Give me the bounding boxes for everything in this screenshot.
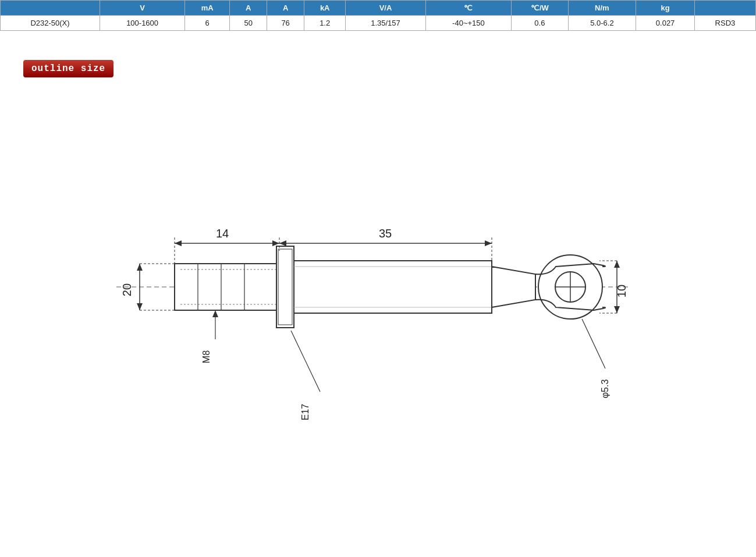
table-cell: RSD3 [694,16,755,31]
svg-rect-1 [175,264,279,310]
dim-35-label: 35 [378,227,391,240]
table-cell: 5.0-6.2 [568,16,636,31]
table-header-cell: mA [185,1,230,16]
dim-20-label: 20 [120,283,133,296]
svg-marker-33 [614,306,620,313]
svg-marker-24 [485,240,492,246]
table-header-cell: V/A [346,1,425,16]
svg-marker-32 [614,261,620,268]
table-header-cell: kA [304,1,346,16]
dim-M8-label: M8 [201,350,211,363]
table-cell: -40~+150 [425,16,512,31]
svg-marker-18 [175,240,182,246]
table-cell: D232-50(X) [1,16,100,31]
table-header-cell: A [230,1,267,16]
svg-rect-8 [278,249,292,325]
table-header-cell: A [267,1,304,16]
svg-marker-19 [272,240,279,246]
table-header-cell: kg [636,1,695,16]
table-header-cell: V [100,1,185,16]
table-cell: 6 [185,16,230,31]
table-cell: 1.2 [304,16,346,31]
outline-size-label: outline size [23,60,113,77]
table-header-cell [694,1,755,16]
spec-table: VmAAAkAV/A℃℃/WN/mkg D232-50(X)100-160065… [0,0,756,31]
table-cell: 0.027 [636,16,695,31]
svg-marker-37 [212,310,218,317]
dim-E17-label: E17 [300,404,310,421]
table-cell: 100-1600 [100,16,185,31]
table-row: D232-50(X)100-1600650761.21.35/157-40~+1… [1,16,756,31]
svg-marker-23 [279,240,286,246]
table-cell: 50 [230,16,267,31]
table-header-cell: ℃ [425,1,512,16]
table-cell: 76 [267,16,304,31]
svg-line-38 [291,331,320,392]
table-cell: 1.35/157 [346,16,425,31]
svg-marker-28 [137,303,143,310]
svg-line-39 [582,319,605,368]
table-cell: 0.6 [512,16,568,31]
outline-diagram: 14 35 20 10 M8 E17 φ5.3 [58,95,698,479]
table-header-cell: ℃/W [512,1,568,16]
dim-10-label: 10 [615,285,628,297]
svg-marker-27 [137,264,143,271]
table-header-cell [1,1,100,16]
diagram-container: 14 35 20 10 M8 E17 φ5.3 [0,95,756,479]
svg-rect-9 [294,261,492,313]
dim-phi-label: φ5.3 [600,379,610,399]
table-header-cell: N/m [568,1,636,16]
dim-14-label: 14 [215,227,228,240]
